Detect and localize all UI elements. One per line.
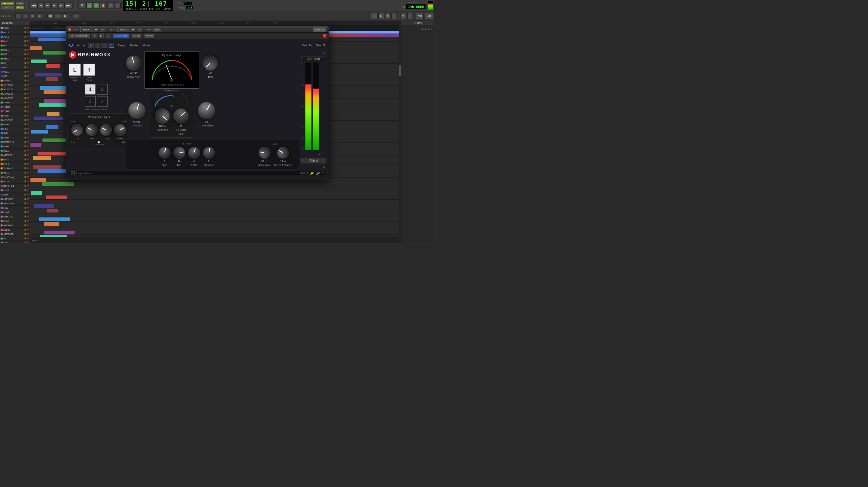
track-m-btn[interactable]: M	[27, 229, 29, 231]
track-s-btn[interactable]: S	[24, 193, 26, 195]
spot-button[interactable]: SPOT	[1, 5, 14, 9]
clip-39[interactable]	[46, 209, 58, 213]
track-lane-40[interactable]	[30, 213, 401, 217]
next-insert-btn[interactable]: ▶	[99, 33, 104, 38]
transport-rewind[interactable]: ⏮	[371, 12, 377, 19]
track-m-btn[interactable]: M	[27, 242, 29, 243]
tmt-mode-1[interactable]: 1	[85, 84, 96, 95]
track-m-btn[interactable]: M	[27, 53, 29, 55]
track-m-btn[interactable]: M	[27, 193, 29, 195]
track-s-btn[interactable]: S	[24, 31, 26, 33]
cursor-btn[interactable]: ↔	[73, 13, 79, 19]
clip-item-1[interactable]: ▲ ▲ ▲ ▲	[402, 27, 433, 31]
volume-knob[interactable]	[126, 100, 148, 121]
track-s-btn[interactable]: S	[24, 220, 26, 222]
track-s-btn[interactable]: S	[24, 202, 26, 204]
track-m-btn[interactable]: M	[27, 66, 29, 68]
track-item-a095138[interactable]: A095138 S M	[0, 118, 30, 122]
track-item-inst6[interactable]: Inst6 S M	[0, 114, 30, 118]
clip-32[interactable]	[30, 178, 46, 182]
auto-btn[interactable]: Auto	[152, 27, 161, 32]
track-s-btn[interactable]: S	[24, 101, 26, 103]
res-knob-315-ctrl[interactable]	[83, 122, 100, 138]
track-item-atef025[interactable]: ATEF025 S M	[0, 232, 30, 236]
track-s-btn[interactable]: S	[24, 198, 26, 200]
track-m-btn[interactable]: M	[27, 158, 29, 160]
track-item-pl1[interactable]: PL1 S M	[0, 236, 30, 241]
transport-prev[interactable]: ⏭	[55, 13, 61, 19]
mix-button[interactable]: Mix	[416, 12, 424, 19]
track-s-btn[interactable]: S	[24, 66, 26, 68]
de-esser-knob[interactable]	[170, 105, 192, 127]
clip-18[interactable]	[34, 117, 63, 120]
abcd-c[interactable]: C	[101, 43, 107, 48]
track-lane-44[interactable]	[30, 230, 401, 235]
track-s-btn[interactable]: S	[24, 58, 26, 60]
track-m-btn[interactable]: M	[27, 136, 29, 139]
res-knob-160-ctrl[interactable]	[69, 122, 86, 138]
arrangement-scrollbar[interactable]	[399, 21, 401, 243]
clip-36[interactable]	[46, 195, 67, 200]
zoom-out-v[interactable]: ⇑	[30, 13, 36, 19]
track-s-btn[interactable]: S	[24, 150, 26, 152]
track-s-btn[interactable]: S	[24, 229, 26, 231]
track-item-inst3[interactable]: Inst3 S M	[0, 188, 30, 192]
clip-24[interactable]	[30, 143, 41, 147]
track-lane-42[interactable]	[30, 221, 401, 226]
plugin-x-btn[interactable]: ✕	[323, 34, 327, 37]
clip-41[interactable]	[39, 217, 70, 221]
track-item-audio-1[interactable]: Audio 1 S M	[0, 79, 30, 83]
track-s-btn[interactable]: S	[24, 75, 26, 77]
track-m-btn[interactable]: M	[27, 167, 29, 169]
track-item-atec001[interactable]: ATEC001 S M	[0, 153, 30, 157]
track-item-0001[interactable]: 0001 S M	[0, 48, 30, 52]
track-s-btn[interactable]: S	[24, 40, 26, 42]
treble-knob[interactable]	[187, 145, 202, 160]
track-s-btn[interactable]: S	[24, 128, 26, 130]
track-item-dpte010[interactable]: DPTE010 S M	[0, 100, 30, 105]
track-s-btn[interactable]: S	[24, 106, 26, 108]
track-m-btn[interactable]: M	[27, 84, 29, 86]
track-item-hqhstrng[interactable]: HqhStrng S M	[0, 175, 30, 179]
track-item-a077138[interactable]: A077138 S M	[0, 83, 30, 87]
compare-btn[interactable]: COMPARE	[113, 33, 129, 38]
solo-m-btn[interactable]: Solo M	[301, 43, 313, 48]
track-m-btn[interactable]: M	[27, 154, 29, 156]
power-btn[interactable]: ⏻	[69, 43, 73, 48]
track-s-btn[interactable]: S	[24, 136, 26, 139]
track-s-btn[interactable]: S	[24, 71, 26, 73]
clip-6[interactable]	[46, 64, 60, 68]
track-s-btn[interactable]: S	[24, 93, 26, 95]
clip-12[interactable]	[43, 90, 66, 94]
track-item-aux2[interactable]: Aux2 S M	[0, 30, 30, 35]
clip-44[interactable]	[43, 231, 74, 235]
track-m-btn[interactable]: M	[27, 40, 29, 42]
clip-26[interactable]	[37, 152, 70, 155]
clip-btn[interactable]: ⊡	[106, 33, 111, 38]
prev-insert-btn[interactable]: ◀	[92, 33, 97, 38]
track-lane-43[interactable]	[30, 226, 401, 230]
track-m-btn[interactable]: M	[27, 101, 29, 103]
clip-35[interactable]	[31, 191, 42, 195]
track-item-mid1[interactable]: MID1 S M	[0, 122, 30, 127]
track-m-btn[interactable]: M	[27, 163, 29, 165]
track-m-btn[interactable]: M	[27, 93, 29, 95]
settings-btn[interactable]: ⚙	[322, 51, 326, 55]
hand-tool[interactable]: ✋	[100, 3, 107, 8]
speaker-tool[interactable]: 🔊	[107, 3, 114, 8]
track-item-topbas2[interactable]: TopBas2 S M	[0, 166, 30, 171]
track-item-tpb2[interactable]: TpB2 S M	[0, 109, 30, 114]
track-m-btn[interactable]: M	[27, 62, 29, 64]
zoom-out-h[interactable]: ⇐	[16, 13, 21, 19]
track-m-btn[interactable]: M	[27, 31, 29, 33]
track-item-0401[interactable]: 0401 S M	[0, 65, 30, 70]
mono-maker-knob[interactable]	[257, 146, 272, 160]
compressor-link-btn[interactable]: L	[69, 64, 81, 76]
track-s-btn[interactable]: S	[24, 158, 26, 160]
prev-button[interactable]: ⏮	[44, 3, 51, 8]
track-m-btn[interactable]: M	[27, 207, 29, 209]
clip-33[interactable]	[42, 182, 74, 186]
track-item-inst4[interactable]: Inst4 S M	[0, 219, 30, 223]
track-s-btn[interactable]: S	[24, 44, 26, 47]
clip-3[interactable]	[43, 51, 69, 55]
